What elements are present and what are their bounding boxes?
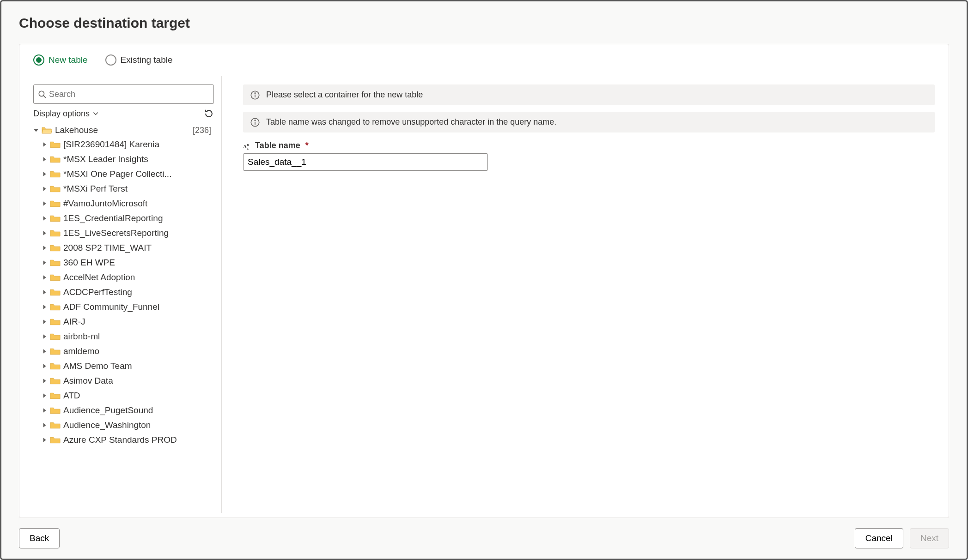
svg-marker-4 <box>43 157 46 162</box>
tree-item[interactable]: ADF Community_Funnel <box>42 300 214 314</box>
tree-item[interactable]: 2008 SP2 TIME_WAIT <box>42 241 214 255</box>
tree-item[interactable]: Audience_Washington <box>42 418 214 433</box>
folder-icon <box>50 332 61 341</box>
cancel-button[interactable]: Cancel <box>855 528 903 548</box>
table-name-field: A B C Table name * <box>243 141 935 171</box>
destination-target-modal: Choose destination target New table Exis… <box>0 0 968 560</box>
tree-item[interactable]: amldemo <box>42 344 214 359</box>
caret-right-icon <box>42 334 47 339</box>
tree-item-label: *MSX Leader Insights <box>63 154 148 164</box>
svg-marker-6 <box>43 187 46 191</box>
svg-marker-17 <box>43 349 46 354</box>
svg-text:C: C <box>247 146 249 150</box>
text-type-icon: A B C <box>243 142 251 150</box>
display-options-label: Display options <box>33 109 90 119</box>
tree-item[interactable]: ACDCPerfTesting <box>42 285 214 300</box>
tree-item[interactable]: 1ES_LiveSecretsReporting <box>42 226 214 241</box>
radio-new-table[interactable]: New table <box>33 54 88 66</box>
tree-item-label: 1ES_LiveSecretsReporting <box>63 228 169 238</box>
display-options-row: Display options <box>33 108 214 119</box>
caret-right-icon <box>42 393 47 398</box>
tree-item-label: airbnb-ml <box>63 331 100 342</box>
svg-marker-3 <box>43 142 46 147</box>
search-box[interactable] <box>33 84 214 104</box>
search-input[interactable] <box>49 90 209 99</box>
tree-item[interactable]: #VamoJuntoMicrosoft <box>42 196 214 211</box>
caret-right-icon <box>42 319 47 325</box>
tree-item-label: AccelNet Adoption <box>63 272 135 283</box>
svg-text:B: B <box>247 143 249 146</box>
caret-right-icon <box>42 289 47 295</box>
folder-icon <box>50 288 61 296</box>
info-icon <box>250 90 260 100</box>
caret-right-icon <box>42 230 47 236</box>
svg-marker-15 <box>43 319 46 324</box>
folder-icon <box>50 406 61 415</box>
svg-marker-14 <box>43 305 46 309</box>
svg-marker-23 <box>43 438 46 442</box>
caret-right-icon <box>42 260 47 265</box>
tree-item[interactable]: *MSXI One Pager Collecti... <box>42 167 214 181</box>
tree-root-label: Lakehouse <box>55 125 98 135</box>
folder-icon <box>50 229 61 237</box>
folder-icon <box>50 140 61 149</box>
caret-right-icon <box>42 408 47 413</box>
tree-item[interactable]: airbnb-ml <box>42 329 214 344</box>
svg-marker-18 <box>43 364 46 368</box>
tree-item-label: 360 EH WPE <box>63 258 115 268</box>
tree-item[interactable]: Azure CXP Standards PROD <box>42 433 214 447</box>
tree-item-label: ATD <box>63 391 80 401</box>
page-title: Choose destination target <box>19 15 949 31</box>
caret-right-icon <box>42 186 47 192</box>
tree-item[interactable]: ATD <box>42 388 214 403</box>
tree-item-label: Audience_Washington <box>63 420 151 430</box>
tree-item-label: AMS Demo Team <box>63 361 132 371</box>
radio-new-table-label: New table <box>49 55 88 65</box>
folder-icon <box>50 185 61 193</box>
tree-item[interactable]: Asimov Data <box>42 373 214 388</box>
tree-item-label: Asimov Data <box>63 376 113 386</box>
svg-line-1 <box>43 96 46 98</box>
tree-item[interactable]: 360 EH WPE <box>42 255 214 270</box>
svg-point-26 <box>255 92 256 93</box>
tree-item-label: ADF Community_Funnel <box>63 302 159 312</box>
folder-icon <box>50 377 61 385</box>
folder-icon <box>50 303 61 311</box>
footer-buttons: Back Cancel Next <box>19 528 949 548</box>
tree-item-label: 1ES_CredentialReporting <box>63 213 163 223</box>
tree-children: [SIR236901484] Karenia*MSX Leader Insigh… <box>42 137 214 447</box>
svg-marker-21 <box>43 408 46 413</box>
tree-item[interactable]: AMS Demo Team <box>42 359 214 373</box>
tree-root-item[interactable]: Lakehouse [236] <box>33 123 214 137</box>
refresh-icon[interactable] <box>204 108 214 119</box>
folder-icon <box>50 436 61 444</box>
table-name-input[interactable] <box>243 153 488 171</box>
display-options-dropdown[interactable]: Display options <box>33 109 99 119</box>
tree-item[interactable]: AccelNet Adoption <box>42 270 214 285</box>
tree-item[interactable]: *MSX Leader Insights <box>42 152 214 167</box>
caret-right-icon <box>42 201 47 206</box>
svg-marker-5 <box>43 172 46 176</box>
svg-marker-20 <box>43 393 46 398</box>
table-name-label: Table name <box>255 141 300 151</box>
radio-existing-table-label: Existing table <box>121 55 173 65</box>
tree-item[interactable]: [SIR236901484] Karenia <box>42 137 214 152</box>
body-split: Display options Lakehouse <box>19 76 949 518</box>
tree-item[interactable]: *MSXi Perf Terst <box>42 181 214 196</box>
radio-existing-table[interactable]: Existing table <box>105 54 173 66</box>
folder-icon <box>50 362 61 370</box>
tree-item-label: Audience_PugetSound <box>63 405 153 415</box>
caret-right-icon <box>42 216 47 221</box>
folder-tree: Lakehouse [236] [SIR236901484] Karenia*M… <box>33 123 214 513</box>
back-button[interactable]: Back <box>19 528 60 548</box>
tree-item[interactable]: 1ES_CredentialReporting <box>42 211 214 226</box>
tree-item-label: ACDCPerfTesting <box>63 287 132 297</box>
tree-item[interactable]: AIR-J <box>42 314 214 329</box>
chevron-down-icon <box>92 110 99 117</box>
caret-down-icon <box>33 127 39 133</box>
svg-marker-9 <box>43 231 46 235</box>
svg-marker-8 <box>43 216 46 221</box>
svg-marker-13 <box>43 290 46 295</box>
folder-open-icon <box>42 126 52 134</box>
tree-item[interactable]: Audience_PugetSound <box>42 403 214 418</box>
